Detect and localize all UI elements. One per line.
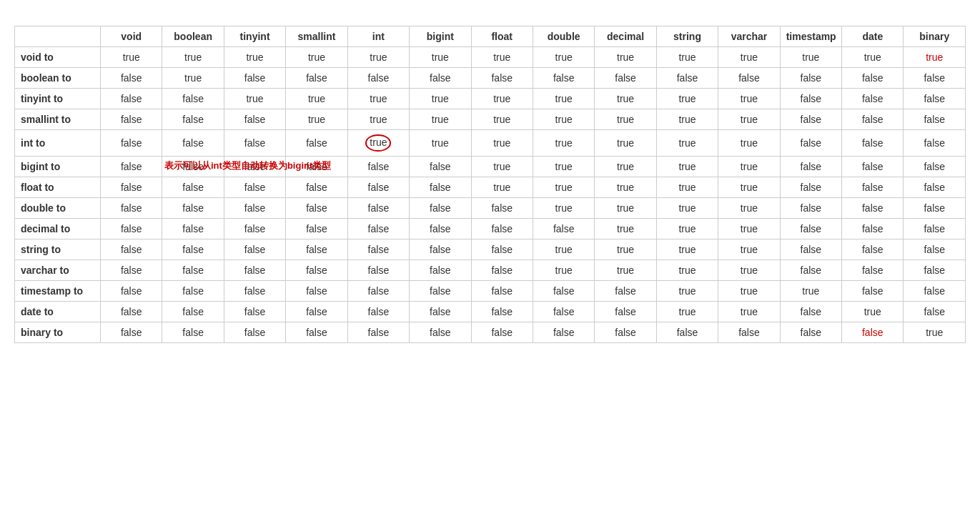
table-cell: false: [101, 130, 162, 157]
header-col-boolean: boolean: [162, 26, 224, 47]
table-cell: false: [286, 130, 347, 157]
table-cell: false: [224, 109, 285, 130]
table-cell: false: [101, 197, 162, 218]
table-row: tinyint tofalsefalsetruetruetruetruetrue…: [15, 89, 966, 109]
table-cell: false: [224, 197, 285, 218]
table-cell: false: [656, 68, 718, 89]
header-col-smallint: smallint: [286, 26, 347, 47]
table-cell: false: [286, 177, 347, 197]
table-cell: false: [780, 301, 841, 322]
table-cell: false: [656, 322, 718, 342]
table-cell: true: [533, 89, 594, 109]
table-cell: true: [842, 47, 904, 68]
table-cell: true: [410, 89, 471, 109]
table-cell: false: [780, 68, 841, 89]
table-cell: true: [904, 47, 966, 68]
table-cell: true: [471, 177, 533, 197]
table-cell: true: [656, 156, 718, 177]
table-cell: false: [410, 239, 471, 260]
table-cell: false: [471, 239, 533, 260]
table-cell: false: [533, 301, 594, 322]
table-cell: false: [101, 239, 162, 260]
table-cell: false: [410, 301, 471, 322]
table-cell: false: [410, 68, 471, 89]
table-cell: true: [410, 109, 471, 130]
table-cell: false: [101, 280, 162, 301]
row-label-varchar-to: varchar to: [15, 260, 101, 280]
header-col-decimal: decimal: [595, 26, 656, 47]
table-cell: false: [286, 322, 347, 342]
table-cell: true: [595, 89, 656, 109]
table-row: float tofalsefalsefalsefalsefalsefalsetr…: [15, 177, 966, 197]
table-row: smallint tofalsefalsefalsetruetruetruetr…: [15, 109, 966, 130]
header-col-float: float: [471, 26, 533, 47]
table-cell: false: [347, 239, 409, 260]
table-cell: false: [224, 156, 285, 177]
table-cell: false: [162, 177, 224, 197]
table-cell: false: [533, 68, 594, 89]
table-cell: false: [286, 218, 347, 239]
table-cell: false: [842, 109, 904, 130]
table-cell: false: [842, 156, 904, 177]
table-cell: true: [595, 177, 656, 197]
table-cell: false: [101, 177, 162, 197]
table-cell: true: [780, 280, 841, 301]
table-cell: true: [904, 322, 966, 342]
table-cell: true: [533, 177, 594, 197]
table-cell: true: [656, 301, 718, 322]
table-cell: true: [347, 47, 409, 68]
table-cell: true: [471, 47, 533, 68]
table-cell: true: [595, 218, 656, 239]
table-row: boolean tofalsetruefalsefalsefalsefalsef…: [15, 68, 966, 89]
table-cell: false: [347, 177, 409, 197]
table-cell: true: [656, 47, 718, 68]
table-cell: true: [718, 177, 780, 197]
table-cell: false: [780, 197, 841, 218]
table-cell: false: [347, 156, 409, 177]
table-cell: false: [904, 301, 966, 322]
table-cell: false: [162, 89, 224, 109]
table-cell: true: [656, 109, 718, 130]
table-cell: false: [718, 322, 780, 342]
table-cell: false: [533, 280, 594, 301]
row-label-binary-to: binary to: [15, 322, 101, 342]
table-cell: true: [533, 130, 594, 157]
table-cell: false: [286, 301, 347, 322]
row-label-bigint-to: bigint to: [15, 156, 101, 177]
table-cell: true: [101, 47, 162, 68]
table-cell: false: [101, 218, 162, 239]
table-cell: false: [780, 109, 841, 130]
header-col-timestamp: timestamp: [780, 26, 841, 47]
table-cell: false: [471, 68, 533, 89]
table-row: date tofalsefalsefalsefalsefalsefalsefal…: [15, 301, 966, 322]
table-cell: false: [286, 239, 347, 260]
table-cell: false: [904, 177, 966, 197]
table-cell: true: [595, 109, 656, 130]
table-cell: true: [410, 47, 471, 68]
table-cell: false: [842, 218, 904, 239]
table-cell: true: [656, 239, 718, 260]
table-cell: false: [286, 280, 347, 301]
table-cell: true: [286, 47, 347, 68]
table-cell: false: [842, 260, 904, 280]
table-cell: false: [101, 301, 162, 322]
table-cell: false: [162, 109, 224, 130]
table-cell: false: [347, 322, 409, 342]
table-cell: true: [656, 177, 718, 197]
table-cell: true: [780, 47, 841, 68]
table-cell: false: [842, 68, 904, 89]
table-cell: false: [904, 218, 966, 239]
table-cell: false: [842, 89, 904, 109]
table-row: decimal tofalsefalsefalsefalsefalsefalse…: [15, 218, 966, 239]
table-cell: false: [224, 130, 285, 157]
table-cell: true: [656, 130, 718, 157]
table-cell: false: [904, 109, 966, 130]
table-cell: false: [410, 280, 471, 301]
table-cell: false: [780, 260, 841, 280]
table-cell: true: [656, 260, 718, 280]
table-cell: false: [162, 156, 224, 177]
table-cell: false: [286, 68, 347, 89]
table-cell: true: [471, 89, 533, 109]
table-cell: false: [286, 197, 347, 218]
table-cell: true: [718, 47, 780, 68]
